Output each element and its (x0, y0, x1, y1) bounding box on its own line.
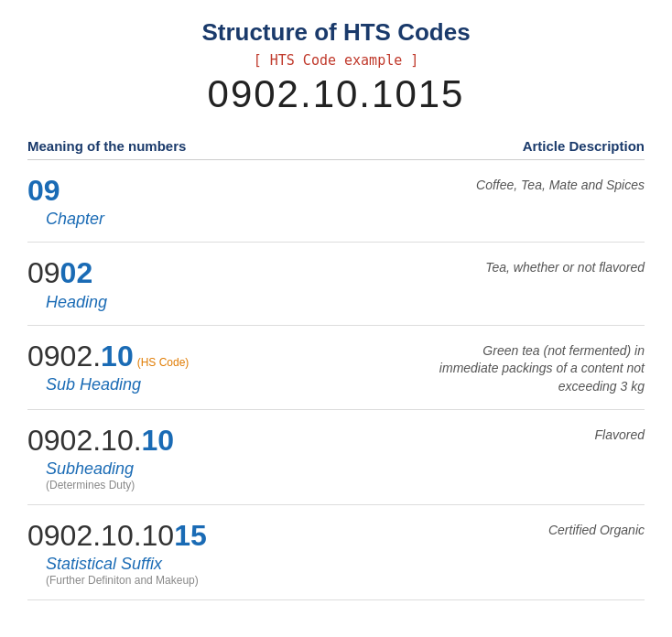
row-label-1: Heading (46, 293, 467, 312)
code-before-3: 0902.10. (27, 424, 142, 457)
row-left-4: 0902.10.1015Statistical Suffix(Further D… (27, 518, 530, 587)
code-before-2: 0902. (27, 340, 101, 372)
code-display-0: 09 (27, 173, 458, 208)
subtitle-bracket: [ HTS Code example ] (27, 52, 645, 69)
row-description-2: Green tea (not fermented) in immediate p… (406, 339, 645, 396)
col-left-header: Meaning of the numbers (27, 138, 186, 154)
row-label-4: Statistical Suffix (46, 555, 530, 574)
table-row: 0902.10.10Subheading(Determines Duty)Fla… (27, 410, 645, 505)
row-description-1: Tea, whether or not flavored (467, 255, 645, 277)
row-description-4: Certified Organic (530, 518, 645, 540)
label-subtitle-3: (Determines Duty) (46, 479, 577, 491)
code-highlight-2: 10 (101, 340, 134, 372)
code-display-2: 0902.10(HS Code) (27, 339, 406, 373)
row-left-0: 09Chapter (27, 173, 458, 229)
col-right-header: Article Description (523, 138, 645, 154)
code-display-1: 0902 (27, 255, 467, 290)
row-left-3: 0902.10.10Subheading(Determines Duty) (27, 423, 577, 491)
row-left-1: 0902Heading (27, 255, 467, 311)
code-highlight-3: 10 (142, 424, 175, 457)
table-row: 0902.10(HS Code)Sub HeadingGreen tea (no… (27, 326, 645, 410)
hts-example: 0902.10.1015 (27, 72, 645, 116)
page-title: Structure of HTS Codes (27, 18, 645, 47)
label-tag-2: (HS Code) (137, 356, 190, 369)
column-headers: Meaning of the numbers Article Descripti… (27, 133, 645, 160)
table-row: 0902HeadingTea, whether or not flavored (27, 243, 645, 325)
row-left-2: 0902.10(HS Code)Sub Heading (27, 339, 406, 394)
code-highlight-0: 09 (27, 174, 60, 207)
row-label-2: Sub Heading (46, 375, 406, 394)
row-description-0: Coffee, Tea, Mate and Spices (458, 173, 645, 195)
table-row: 0902.10.1015Statistical Suffix(Further D… (27, 505, 645, 600)
code-before-1: 09 (27, 256, 60, 289)
code-display-3: 0902.10.10 (27, 423, 577, 458)
code-before-4: 0902.10.10 (27, 519, 174, 552)
code-display-4: 0902.10.1015 (27, 518, 530, 553)
row-description-3: Flavored (577, 423, 645, 445)
row-label-3: Subheading (46, 459, 577, 479)
row-label-0: Chapter (46, 210, 458, 229)
label-subtitle-4: (Further Definiton and Makeup) (46, 574, 530, 587)
table-row: 09ChapterCoffee, Tea, Mate and Spices (27, 160, 645, 243)
code-highlight-4: 15 (174, 519, 207, 552)
code-highlight-1: 02 (60, 256, 93, 289)
